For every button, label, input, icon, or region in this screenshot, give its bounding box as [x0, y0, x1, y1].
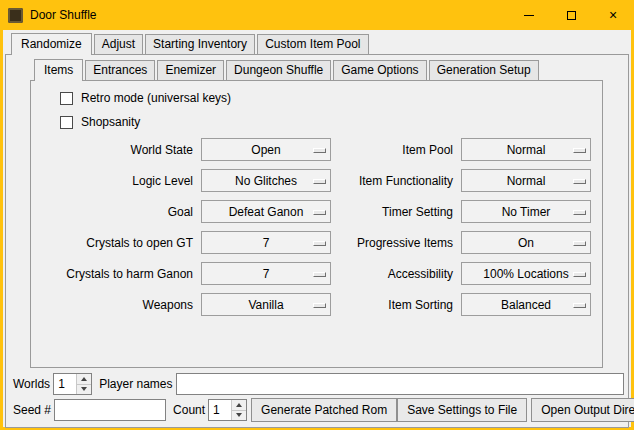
tab-items[interactable]: Items [34, 59, 83, 81]
logic-level-dropdown[interactable]: No Glitches [201, 169, 331, 192]
minimize-button[interactable] [508, 0, 550, 30]
worlds-row: Worlds Player names [10, 373, 624, 395]
form-row: Goal Defeat Ganon Timer Setting No Timer [31, 200, 602, 223]
close-button[interactable]: × [592, 0, 634, 30]
player-names-input[interactable] [176, 373, 625, 395]
item-sorting-dropdown[interactable]: Balanced [461, 293, 591, 316]
outer-tab-bar: Randomize Adjust Starting Inventory Cust… [3, 33, 631, 54]
accessibility-value: 100% Locations [462, 267, 590, 281]
retro-mode-checkbox[interactable] [60, 92, 73, 105]
crystals-ganon-dropdown[interactable]: 7 [201, 262, 331, 285]
progressive-items-label: Progressive Items [331, 236, 459, 250]
item-functionality-label: Item Functionality [331, 174, 459, 188]
logic-level-value: No Glitches [202, 174, 330, 188]
world-state-dropdown[interactable]: Open [201, 138, 331, 161]
items-tab-pane: Retro mode (universal keys) Shopsanity W… [30, 80, 603, 368]
dropdown-indicator-icon [313, 210, 326, 215]
app-window: Door Shuffle × Randomize Adjust Starting… [0, 0, 634, 430]
retro-mode-label: Retro mode (universal keys) [81, 91, 231, 105]
form-row: World State Open Item Pool Normal [31, 138, 602, 161]
worlds-spin-down-button[interactable] [77, 384, 91, 395]
bottom-controls: Worlds Player names Seed # Count [6, 368, 628, 427]
seed-input[interactable] [54, 399, 166, 421]
item-pool-dropdown[interactable]: Normal [461, 138, 591, 161]
save-settings-button[interactable]: Save Settings to File [397, 398, 527, 422]
count-spin-arrows [231, 400, 246, 420]
item-functionality-dropdown[interactable]: Normal [461, 169, 591, 192]
tab-entrances[interactable]: Entrances [85, 60, 155, 80]
count-spin-up-button[interactable] [232, 400, 246, 410]
item-sorting-label: Item Sorting [331, 298, 459, 312]
tab-generation-setup[interactable]: Generation Setup [429, 60, 539, 80]
dropdown-indicator-icon [573, 179, 586, 184]
dropdown-indicator-icon [313, 179, 326, 184]
seed-row: Seed # Count Generate Patched Rom Save S… [10, 398, 624, 422]
tab-randomize[interactable]: Randomize [11, 33, 92, 55]
logic-level-label: Logic Level [31, 174, 199, 188]
accessibility-dropdown[interactable]: 100% Locations [461, 262, 591, 285]
shopsanity-row: Shopsanity [60, 115, 602, 129]
shopsanity-label: Shopsanity [81, 115, 140, 129]
item-pool-label: Item Pool [331, 143, 459, 157]
window-body: Randomize Adjust Starting Inventory Cust… [3, 30, 631, 427]
worlds-spin-up-button[interactable] [77, 374, 91, 384]
item-sorting-value: Balanced [462, 298, 590, 312]
dropdown-indicator-icon [573, 148, 586, 153]
dropdown-indicator-icon [573, 241, 586, 246]
worlds-input[interactable] [54, 374, 76, 394]
weapons-dropdown[interactable]: Vanilla [201, 293, 331, 316]
crystals-gt-label: Crystals to open GT [31, 236, 199, 250]
worlds-spin-arrows [76, 374, 91, 394]
crystals-gt-dropdown[interactable]: 7 [201, 231, 331, 254]
close-icon: × [609, 8, 617, 22]
worlds-spinbox [53, 373, 92, 395]
dropdown-indicator-icon [573, 272, 586, 277]
tab-custom-item-pool[interactable]: Custom Item Pool [257, 34, 368, 54]
count-spinbox [208, 399, 247, 421]
tab-enemizer[interactable]: Enemizer [157, 60, 224, 80]
world-state-value: Open [202, 143, 330, 157]
retro-mode-row: Retro mode (universal keys) [60, 91, 602, 105]
timer-setting-dropdown[interactable]: No Timer [461, 200, 591, 223]
randomize-tab-pane: Items Entrances Enemizer Dungeon Shuffle… [5, 54, 629, 428]
worlds-label: Worlds [10, 377, 53, 391]
titlebar[interactable]: Door Shuffle × [0, 0, 634, 30]
dropdown-indicator-icon [313, 303, 326, 308]
open-output-directory-button[interactable]: Open Output Directory [531, 398, 634, 422]
inner-notebook: Items Entrances Enemizer Dungeon Shuffle… [30, 55, 603, 368]
progressive-items-dropdown[interactable]: On [461, 231, 591, 254]
dropdown-indicator-icon [313, 241, 326, 246]
form-row: Crystals to open GT 7 Progressive Items … [31, 231, 602, 254]
crystals-gt-value: 7 [202, 236, 330, 250]
count-input[interactable] [209, 400, 231, 420]
tab-dungeon-shuffle[interactable]: Dungeon Shuffle [226, 60, 331, 80]
dropdown-indicator-icon [573, 303, 586, 308]
window-controls: × [508, 0, 634, 30]
window-title: Door Shuffle [30, 8, 97, 22]
maximize-icon [567, 11, 576, 20]
form-row: Crystals to harm Ganon 7 Accessibility 1… [31, 262, 602, 285]
weapons-label: Weapons [31, 298, 199, 312]
spin-up-icon [81, 377, 87, 381]
weapons-value: Vanilla [202, 298, 330, 312]
goal-value: Defeat Ganon [202, 205, 330, 219]
shopsanity-checkbox[interactable] [60, 116, 73, 129]
count-spin-down-button[interactable] [232, 410, 246, 421]
app-icon [8, 8, 23, 23]
player-names-label: Player names [96, 377, 175, 391]
inner-tab-bar: Items Entrances Enemizer Dungeon Shuffle… [30, 59, 603, 80]
maximize-button[interactable] [550, 0, 592, 30]
count-label: Count [170, 403, 208, 417]
goal-dropdown[interactable]: Defeat Ganon [201, 200, 331, 223]
dropdown-indicator-icon [573, 210, 586, 215]
crystals-ganon-value: 7 [202, 267, 330, 281]
tab-adjust[interactable]: Adjust [94, 34, 143, 54]
tab-starting-inventory[interactable]: Starting Inventory [145, 34, 255, 54]
dropdown-indicator-icon [313, 272, 326, 277]
tab-game-options[interactable]: Game Options [333, 60, 426, 80]
form-row: Weapons Vanilla Item Sorting Balanced [31, 293, 602, 316]
generate-patched-rom-button[interactable]: Generate Patched Rom [251, 398, 397, 422]
timer-setting-label: Timer Setting [331, 205, 459, 219]
dropdown-indicator-icon [313, 148, 326, 153]
progressive-items-value: On [462, 236, 590, 250]
